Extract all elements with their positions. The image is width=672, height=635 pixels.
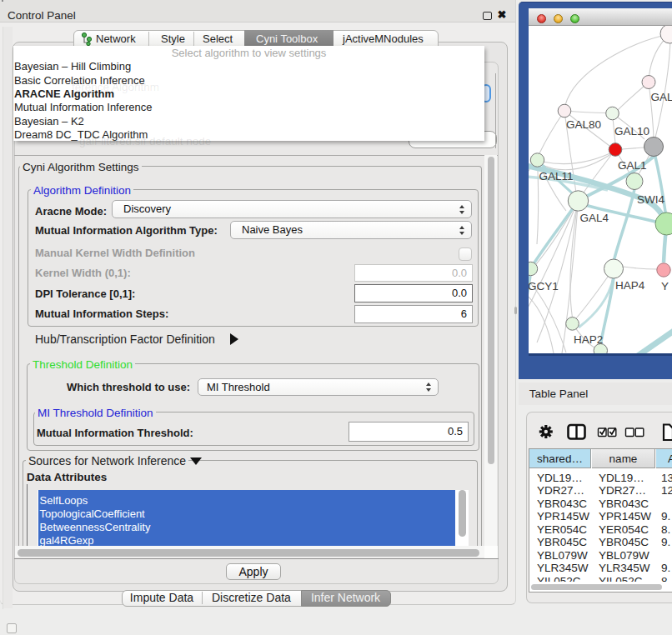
svg-text:GCY1: GCY1: [529, 280, 559, 292]
svg-text:GAL11: GAL11: [539, 170, 574, 182]
svg-text:HAP4: HAP4: [615, 279, 645, 292]
svg-text:GAL4: GAL4: [580, 212, 609, 224]
svg-text:GAL: GAL: [651, 91, 672, 103]
svg-text:SWI4: SWI4: [637, 193, 664, 206]
svg-text:HAP2: HAP2: [574, 333, 603, 346]
svg-text:GAL10: GAL10: [614, 125, 649, 138]
svg-text:GAL80: GAL80: [566, 118, 601, 131]
svg-text:GAL1: GAL1: [618, 159, 647, 172]
svg-text:Y: Y: [661, 280, 669, 292]
